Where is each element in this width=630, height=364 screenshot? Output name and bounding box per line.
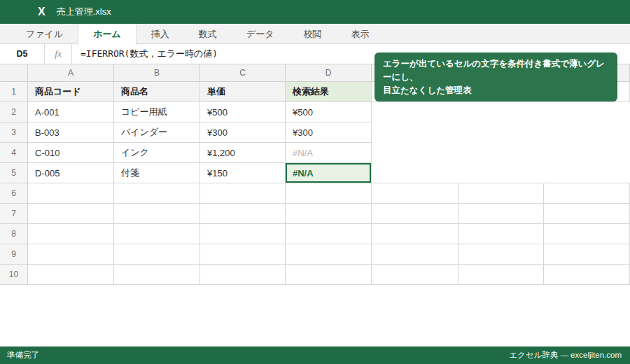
cell-A6[interactable] [28,183,114,204]
cell-C3[interactable]: ¥300 [200,122,286,143]
tooltip-line-1: エラーが出ているセルの文字を条件付き書式で薄いグレーにし、 [383,57,609,84]
cell-C2[interactable]: ¥500 [200,102,286,122]
column-header-D[interactable]: D [286,64,372,82]
cell-B10[interactable] [114,265,200,285]
cell-F2[interactable] [458,102,544,122]
status-site-credit: エクセル辞典 ― exceljiten.com [509,350,622,360]
row-header-1[interactable]: 1 [0,82,28,102]
cell-G5[interactable] [544,163,630,183]
cell-B9[interactable] [114,244,200,265]
cell-E2[interactable] [372,102,458,122]
sheet-row-2: 2A-001コピー用紙¥500¥500 [0,102,630,122]
cell-E3[interactable] [372,122,458,143]
cell-B7[interactable] [114,204,200,224]
cell-F5[interactable] [458,163,544,183]
cell-C5[interactable]: ¥150 [200,163,286,183]
cell-D3[interactable]: ¥300 [286,122,372,143]
cell-B1[interactable]: 商品名 [114,82,200,102]
cell-F8[interactable] [458,224,544,244]
cell-A8[interactable] [28,224,114,244]
cell-D8[interactable] [286,224,372,244]
tab-file[interactable]: ファイル [11,24,78,43]
cell-G3[interactable] [544,122,630,143]
cell-B3[interactable]: バインダー [114,122,200,143]
cell-C8[interactable] [200,224,286,244]
cell-D1[interactable]: 検索結果 [286,82,372,102]
cell-B2[interactable]: コピー用紙 [114,102,200,122]
cell-D6[interactable] [286,183,372,204]
cell-G7[interactable] [544,204,630,224]
sheet-row-4: 4C-010インク¥1,200#N/A [0,143,630,163]
row-header-10[interactable]: 10 [0,265,28,285]
tab-home[interactable]: ホーム [78,24,136,45]
fx-icon: fx [45,44,72,64]
cell-E8[interactable] [372,224,458,244]
cell-B5[interactable]: 付箋 [114,163,200,183]
tab-insert[interactable]: 挿入 [136,24,184,43]
column-header-B[interactable]: B [114,64,200,82]
select-all-corner[interactable] [0,64,28,82]
cell-E4[interactable] [372,143,458,163]
tooltip-line-2: 目立たなくした管理表 [383,84,609,97]
cell-B6[interactable] [114,183,200,204]
cell-C10[interactable] [200,265,286,285]
cell-A5[interactable]: D-005 [28,163,114,183]
row-header-4[interactable]: 4 [0,143,28,163]
cell-B8[interactable] [114,224,200,244]
tab-view[interactable]: 表示 [336,24,384,43]
tab-review[interactable]: 校閲 [288,24,336,43]
row-header-8[interactable]: 8 [0,224,28,244]
cell-F10[interactable] [458,265,544,285]
cell-E5[interactable] [372,163,458,183]
cell-G6[interactable] [544,183,630,204]
cell-D5[interactable]: #N/A [286,163,372,183]
cell-A7[interactable] [28,204,114,224]
cell-A4[interactable]: C-010 [28,143,114,163]
cell-C1[interactable]: 単価 [200,82,286,102]
row-header-5[interactable]: 5 [0,163,28,183]
cell-E7[interactable] [372,204,458,224]
name-box[interactable]: D5 [0,44,45,64]
tab-data[interactable]: データ [232,24,289,43]
cell-A9[interactable] [28,244,114,265]
cell-E10[interactable] [372,265,458,285]
cell-F3[interactable] [458,122,544,143]
cell-E9[interactable] [372,244,458,265]
cell-C7[interactable] [200,204,286,224]
cell-D7[interactable] [286,204,372,224]
cell-C4[interactable]: ¥1,200 [200,143,286,163]
cell-G10[interactable] [544,265,630,285]
cell-E6[interactable] [372,183,458,204]
cell-B4[interactable]: インク [114,143,200,163]
cell-C6[interactable] [200,183,286,204]
cell-D10[interactable] [286,265,372,285]
cell-D9[interactable] [286,244,372,265]
cell-A3[interactable]: B-003 [28,122,114,143]
cell-C9[interactable] [200,244,286,265]
sheet-row-3: 3B-003バインダー¥300¥300 [0,122,630,143]
row-header-3[interactable]: 3 [0,122,28,143]
cell-G4[interactable] [544,143,630,163]
cell-D2[interactable]: ¥500 [286,102,372,122]
column-header-A[interactable]: A [28,64,114,82]
cell-G8[interactable] [544,224,630,244]
cell-F6[interactable] [458,183,544,204]
cell-D4[interactable]: #N/A [286,143,372,163]
row-header-6[interactable]: 6 [0,183,28,204]
column-header-C[interactable]: C [200,64,286,82]
cell-F4[interactable] [458,143,544,163]
row-header-2[interactable]: 2 [0,102,28,122]
cell-F7[interactable] [458,204,544,224]
cell-G2[interactable] [544,102,630,122]
cell-A1[interactable]: 商品コード [28,82,114,102]
status-bar: 準備完了 エクセル辞典 ― exceljiten.com [0,346,630,364]
cell-G9[interactable] [544,244,630,265]
cell-A10[interactable] [28,265,114,285]
row-header-9[interactable]: 9 [0,244,28,265]
sheet-row-10: 10 [0,265,630,285]
cell-F9[interactable] [458,244,544,265]
cell-A2[interactable]: A-001 [28,102,114,122]
tab-formulas[interactable]: 数式 [184,24,232,43]
sheet-row-5: 5D-005付箋¥150#N/A [0,163,630,183]
row-header-7[interactable]: 7 [0,204,28,224]
